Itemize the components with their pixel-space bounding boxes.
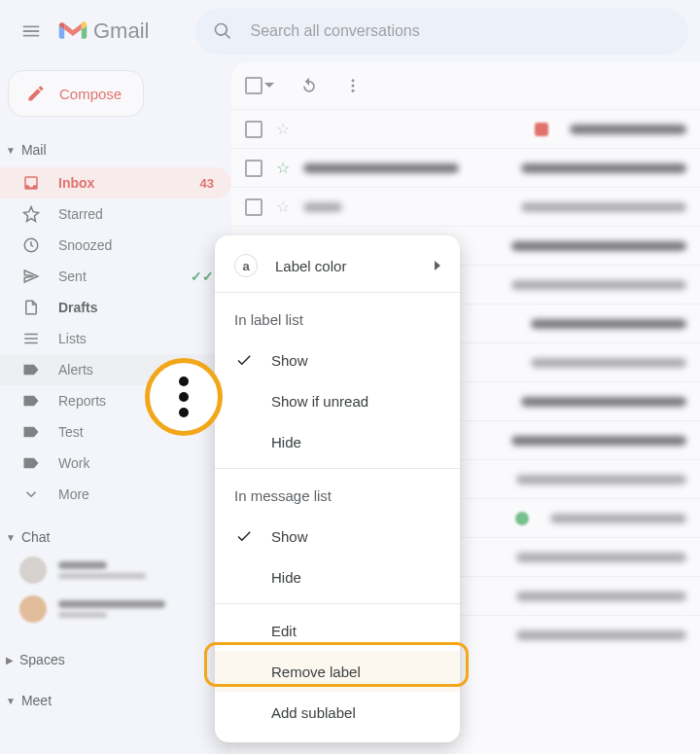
chevron-down-icon: ▼: [6, 696, 16, 706]
color-chip-icon: a: [234, 254, 258, 277]
section-chat[interactable]: ▼ Chat: [0, 523, 231, 551]
label-context-menu: a Label color In label list Show Show if…: [215, 235, 460, 742]
sidebar-item-snoozed[interactable]: Snoozed: [0, 230, 231, 261]
svg-point-2: [352, 85, 355, 88]
chevron-down-icon: ▼: [6, 145, 16, 156]
chevron-down-icon: ▼: [6, 532, 16, 543]
hamburger-icon: [20, 20, 42, 42]
caret-down-icon: [264, 81, 274, 90]
chevron-right-icon: ▶: [6, 655, 14, 665]
unread-count: 43: [200, 176, 214, 191]
compose-button[interactable]: Compose: [8, 70, 144, 117]
main-menu-button[interactable]: [12, 12, 51, 51]
more-icon[interactable]: [344, 77, 362, 94]
compose-label: Compose: [59, 86, 122, 102]
sidebar-item-label: Drafts: [58, 300, 214, 315]
chevron-right-icon: [435, 261, 442, 270]
lines-icon: [21, 330, 41, 347]
row-checkbox[interactable]: [245, 160, 262, 177]
tag-icon: [21, 425, 41, 439]
sidebar-item-label: More: [58, 486, 214, 502]
pencil-icon: [26, 84, 46, 103]
sidebar-item-more[interactable]: More: [0, 479, 231, 510]
star-icon[interactable]: ☆: [276, 197, 290, 216]
app-name: Gmail: [93, 18, 149, 44]
top-bar: Gmail: [0, 0, 700, 62]
svg-point-3: [352, 90, 355, 92]
search-icon: [213, 21, 232, 41]
star-icon: [21, 205, 41, 223]
sidebar-item-work[interactable]: Work: [0, 448, 231, 479]
search-input[interactable]: [250, 22, 671, 40]
annotation-kebab-highlight: [145, 358, 223, 436]
clock-icon: [21, 236, 41, 254]
star-icon[interactable]: ☆: [276, 120, 290, 138]
menu-section-message-list: In message list: [215, 475, 460, 516]
mail-toolbar: [231, 62, 700, 109]
sidebar-item-label: Inbox: [58, 175, 183, 191]
more-icon: [21, 485, 41, 503]
sidebar-item-drafts[interactable]: Drafts: [0, 292, 231, 323]
menu-hide[interactable]: Hide: [215, 421, 460, 462]
menu-show[interactable]: Show: [215, 340, 460, 380]
tag-icon: [21, 363, 41, 377]
inbox-icon: [21, 174, 41, 192]
section-meet[interactable]: ▼ Meet: [0, 687, 231, 714]
sidebar-item-label: Sent: [58, 269, 173, 284]
check-icon: [234, 351, 254, 369]
tag-icon: [21, 394, 41, 408]
sidebar-item-sent[interactable]: Sent✓✓: [0, 261, 231, 292]
menu-msg-show[interactable]: Show: [215, 516, 460, 557]
section-spaces[interactable]: ▶ Spaces: [0, 646, 231, 673]
menu-msg-hide[interactable]: Hide: [215, 557, 460, 597]
gmail-m-icon: [58, 20, 88, 42]
gmail-logo[interactable]: Gmail: [58, 18, 149, 44]
menu-show-if-unread[interactable]: Show if unread: [215, 380, 460, 421]
chat-contact[interactable]: [0, 551, 231, 590]
sidebar-item-label: Snoozed: [58, 237, 214, 253]
section-mail[interactable]: ▼ Mail: [0, 136, 231, 163]
message-row[interactable]: ☆: [231, 109, 700, 148]
label-chip: [535, 123, 548, 136]
menu-label-color[interactable]: a Label color: [215, 245, 460, 286]
star-icon[interactable]: ☆: [276, 159, 290, 177]
select-all-checkbox[interactable]: [245, 77, 274, 94]
row-checkbox[interactable]: [245, 198, 262, 216]
sidebar-item-lists[interactable]: Lists: [0, 323, 231, 354]
double-check-icon: ✓✓: [191, 269, 214, 284]
message-row[interactable]: ☆: [231, 148, 700, 187]
svg-point-1: [352, 79, 355, 82]
avatar: [19, 595, 47, 623]
check-icon: [234, 527, 254, 545]
file-icon: [21, 299, 41, 316]
sidebar-item-inbox[interactable]: Inbox43: [0, 167, 231, 198]
sidebar-item-label: Lists: [58, 331, 214, 346]
send-icon: [21, 268, 41, 285]
nav-list: Inbox43StarredSnoozedSent✓✓DraftsListsAl…: [0, 167, 231, 510]
refresh-icon[interactable]: [299, 76, 319, 95]
row-checkbox[interactable]: [245, 121, 262, 138]
avatar: [19, 557, 47, 584]
sidebar-item-label: Starred: [58, 206, 214, 222]
menu-section-label-list: In label list: [215, 299, 460, 340]
tag-icon: [21, 456, 41, 470]
sidebar-item-label: Work: [58, 455, 214, 471]
menu-edit[interactable]: Edit: [215, 610, 460, 651]
chat-contact[interactable]: [0, 590, 231, 628]
search-bar[interactable]: [195, 8, 688, 54]
menu-add-sublabel[interactable]: Add sublabel: [215, 692, 460, 733]
message-row[interactable]: ☆: [231, 187, 700, 226]
sidebar-item-starred[interactable]: Starred: [0, 198, 231, 230]
menu-remove-label[interactable]: Remove label: [215, 651, 460, 692]
